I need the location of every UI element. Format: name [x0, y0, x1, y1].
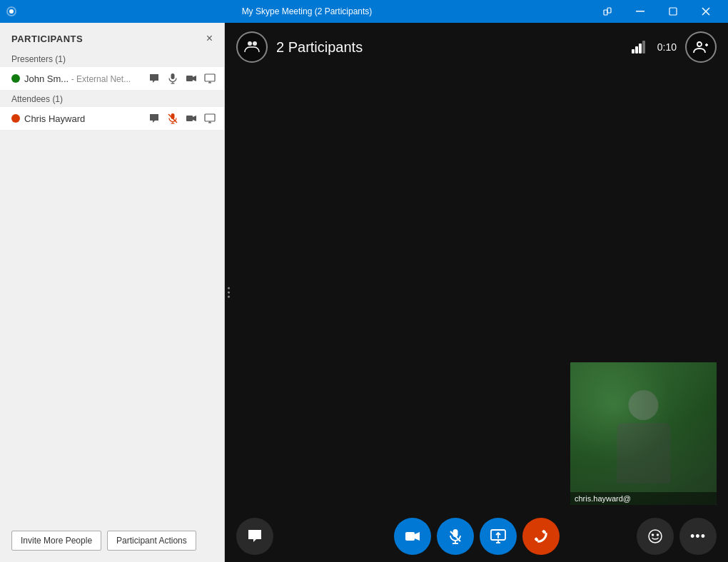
minimize-button[interactable] — [624, 0, 657, 23]
svg-point-30 — [697, 42, 702, 46]
mute-button[interactable] — [437, 518, 474, 555]
add-participants-button[interactable] — [685, 31, 717, 63]
close-sidebar-button[interactable]: × — [206, 33, 213, 44]
svg-rect-12 — [205, 74, 215, 81]
svg-rect-26 — [632, 49, 635, 53]
svg-point-0 — [9, 9, 14, 14]
call-timer: 0:10 — [657, 41, 677, 53]
attendees-label: Attendees (1) — [0, 90, 224, 107]
attendee-screen-icon[interactable] — [201, 110, 218, 127]
attendee-chat-icon[interactable] — [146, 110, 163, 127]
svg-point-46 — [652, 534, 654, 536]
presenter-row: John Sm... - External Net... — [0, 67, 224, 90]
svg-rect-4 — [669, 8, 677, 15]
svg-rect-21 — [205, 114, 215, 121]
presenter-video-icon[interactable] — [183, 70, 200, 87]
svg-rect-33 — [405, 532, 415, 541]
presenter-name: John Sm... - External Net... — [24, 73, 146, 84]
attendee-row: Chris Hayward — [0, 107, 224, 130]
presenter-chat-icon[interactable] — [146, 70, 163, 87]
thumbnail-label: chris.hayward@ — [570, 492, 717, 505]
main-layout: PARTICIPANTS × Presenters (1) John Sm...… — [0, 23, 728, 562]
titlebar-left — [6, 6, 23, 17]
video-header: 2 Participants 0:10 — [225, 23, 728, 71]
sidebar-footer: Invite More People Participant Actions — [0, 519, 224, 562]
window-controls — [591, 0, 722, 23]
status-indicator-green — [11, 74, 20, 83]
attendee-video-icon[interactable] — [183, 110, 200, 127]
svg-rect-1 — [604, 10, 607, 15]
participants-sidebar: PARTICIPANTS × Presenters (1) John Sm...… — [0, 23, 225, 562]
presenter-screen-icon[interactable] — [201, 70, 218, 87]
more-options-button[interactable]: ••• — [679, 518, 717, 555]
attendee-mic-muted-icon[interactable] — [164, 110, 181, 127]
thumbnail-video — [570, 362, 717, 505]
svg-rect-19 — [186, 116, 193, 121]
titlebar: My Skype Meeting (2 Participants) — [0, 0, 728, 23]
participant-actions-button[interactable]: Participant Actions — [107, 531, 196, 551]
svg-rect-3 — [636, 11, 644, 12]
presenter-mic-icon[interactable] — [164, 70, 181, 87]
svg-rect-7 — [171, 73, 175, 79]
app-icon — [6, 6, 17, 17]
svg-rect-27 — [635, 46, 638, 53]
sidebar-title: PARTICIPANTS — [11, 34, 83, 44]
resize-dot — [228, 287, 230, 290]
participants-count: 2 Participants — [276, 39, 363, 56]
svg-point-24 — [248, 41, 252, 46]
svg-marker-20 — [193, 116, 196, 121]
video-thumbnail: chris.hayward@ — [570, 362, 717, 505]
presenters-label: Presenters (1) — [0, 50, 224, 67]
status-indicator-red — [11, 114, 20, 123]
resize-dot — [228, 292, 230, 294]
svg-point-47 — [657, 534, 659, 536]
participants-list: Presenters (1) John Sm... - External Net… — [0, 50, 224, 519]
chat-button[interactable] — [236, 518, 273, 555]
close-button[interactable] — [689, 0, 722, 23]
reactions-button[interactable] — [637, 518, 674, 555]
hang-up-button[interactable] — [522, 518, 560, 555]
video-controls: ••• — [225, 511, 728, 562]
svg-rect-29 — [642, 41, 645, 53]
svg-rect-10 — [186, 76, 193, 81]
video-header-right: 0:10 — [632, 31, 717, 63]
restore-button[interactable] — [657, 0, 689, 23]
participants-icon — [236, 31, 268, 63]
sidebar-header: PARTICIPANTS × — [0, 23, 224, 50]
svg-rect-2 — [607, 8, 611, 13]
signal-strength — [632, 41, 649, 53]
resize-dot — [228, 296, 230, 298]
svg-point-25 — [253, 41, 257, 46]
svg-marker-11 — [193, 76, 196, 81]
svg-marker-34 — [415, 532, 420, 541]
invite-more-people-button[interactable]: Invite More People — [11, 531, 101, 551]
presenter-action-icons — [146, 70, 218, 87]
resize-handle[interactable] — [225, 285, 728, 301]
share-screen-button[interactable] — [480, 518, 517, 555]
attendee-name: Chris Hayward — [24, 113, 146, 124]
svg-point-45 — [649, 530, 662, 543]
window-title: My Skype Meeting (2 Participants) — [23, 6, 591, 16]
snap-button[interactable] — [591, 0, 624, 23]
video-toggle-button[interactable] — [394, 518, 431, 555]
video-area: 2 Participants 0:10 — [225, 23, 728, 562]
video-header-left: 2 Participants — [236, 31, 363, 63]
attendee-action-icons — [146, 110, 218, 127]
svg-rect-28 — [639, 44, 642, 53]
